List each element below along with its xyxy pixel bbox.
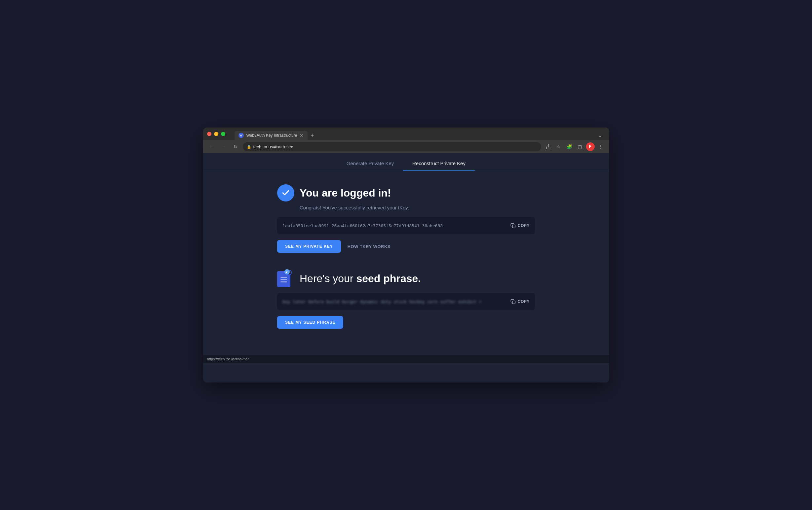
tabs-nav: Generate Private Key Reconstruct Private… <box>203 153 609 171</box>
reload-button[interactable]: ↻ <box>231 142 240 151</box>
address-bar: ← → ↻ 🔒 tech.tor.us/#auth-sec ☆ 🧩 ▢ F ⋮ <box>203 140 609 153</box>
toolbar-right: ☆ 🧩 ▢ F ⋮ <box>544 142 605 151</box>
copy-seed-label: COPY <box>518 299 529 304</box>
sidebar-button[interactable]: ▢ <box>576 142 585 151</box>
tab-menu-button[interactable]: ⌄ <box>595 130 605 140</box>
title-bar: W Web3Auth Key Infrastructure ✕ + ⌄ <box>203 127 609 140</box>
new-tab-button[interactable]: + <box>308 131 317 140</box>
extensions-button[interactable]: 🧩 <box>565 142 574 151</box>
copy-seed-button[interactable]: COPY <box>511 299 529 304</box>
browser-tab[interactable]: W Web3Auth Key Infrastructure ✕ <box>235 131 308 140</box>
close-button[interactable] <box>207 132 211 136</box>
url-text: tech.tor.us/#auth-sec <box>253 144 293 149</box>
private-key-text: 1aafa850fee1aa8991 26aa4fc660f62a7c77365… <box>283 223 506 228</box>
tab-generate-private-key[interactable]: Generate Private Key <box>337 156 403 171</box>
seed-action-row: SEE MY SEED PHRASE <box>277 316 535 329</box>
profile-button[interactable]: F <box>586 142 594 151</box>
forward-button[interactable]: → <box>219 142 228 151</box>
minimize-button[interactable] <box>214 132 219 136</box>
see-private-key-button[interactable]: SEE MY PRIVATE KEY <box>277 240 341 253</box>
section-header: You are logged in! <box>277 184 535 202</box>
share-button[interactable] <box>544 142 553 151</box>
bookmark-button[interactable]: ☆ <box>554 142 563 151</box>
logged-in-title: You are logged in! <box>300 187 391 199</box>
copy-key-button[interactable]: COPY <box>511 223 529 228</box>
tab-favicon: W <box>238 133 244 138</box>
svg-rect-0 <box>512 225 515 228</box>
seed-phrase-box: boy later before build burger dynamic du… <box>277 293 535 310</box>
back-button[interactable]: ← <box>207 142 216 151</box>
main-content: You are logged in! Congrats! You've succ… <box>257 171 555 355</box>
tab-reconstruct-private-key[interactable]: Reconstruct Private Key <box>403 156 475 171</box>
seed-title-normal: Here's your <box>300 272 356 284</box>
status-url: https://tech.tor.us/#navbar <box>207 357 249 361</box>
seed-icon-container <box>277 269 294 288</box>
svg-rect-1 <box>512 301 515 304</box>
seed-section: Here's your seed phrase. boy later befor… <box>277 269 535 329</box>
menu-button[interactable]: ⋮ <box>596 142 605 151</box>
seed-phrase-text: boy later before build burger dynamic du… <box>283 299 506 304</box>
tab-close-icon[interactable]: ✕ <box>300 133 303 138</box>
maximize-button[interactable] <box>221 132 225 136</box>
status-bar: https://tech.tor.us/#navbar <box>203 355 609 363</box>
seed-title-bold: seed phrase. <box>356 272 421 284</box>
logged-in-section: You are logged in! Congrats! You've succ… <box>277 184 535 253</box>
doc-line-1 <box>281 277 287 278</box>
page-content: Generate Private Key Reconstruct Private… <box>203 153 609 383</box>
browser-window: W Web3Auth Key Infrastructure ✕ + ⌄ ← → … <box>203 127 609 383</box>
how-tkey-works-button[interactable]: HOW TKEY WORKS <box>348 244 390 249</box>
logged-in-subtitle: Congrats! You've successfully retrieved … <box>300 205 535 210</box>
copy-key-label: COPY <box>518 223 529 228</box>
seed-phrase-title: Here's your seed phrase. <box>300 272 421 285</box>
see-seed-phrase-button[interactable]: SEE MY SEED PHRASE <box>277 316 343 329</box>
address-input[interactable]: 🔒 tech.tor.us/#auth-sec <box>243 142 541 151</box>
doc-line-3 <box>281 281 287 282</box>
private-key-box: 1aafa850fee1aa8991 26aa4fc660f62a7c77365… <box>277 217 535 234</box>
seed-section-header: Here's your seed phrase. <box>277 269 535 288</box>
action-row: SEE MY PRIVATE KEY HOW TKEY WORKS <box>277 240 535 253</box>
doc-line-2 <box>281 279 287 280</box>
key-badge-icon <box>284 269 290 274</box>
tab-title: Web3Auth Key Infrastructure <box>246 133 297 138</box>
check-circle-icon <box>277 184 294 202</box>
lock-icon: 🔒 <box>247 145 252 149</box>
